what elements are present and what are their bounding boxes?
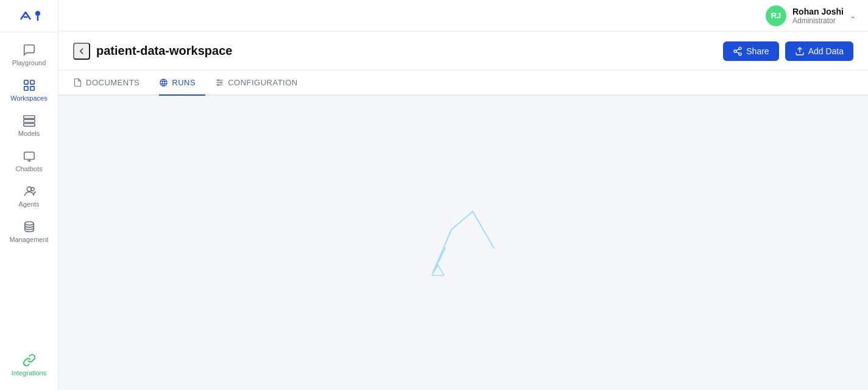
sidebar-item-agents[interactable]: Agents	[0, 179, 58, 214]
sidebar-item-label: Integrations	[12, 369, 46, 377]
logo-icon	[16, 7, 43, 24]
avatar: RJ	[766, 5, 786, 26]
sidebar-item-models[interactable]: Models	[0, 108, 58, 143]
sidebar-item-playground[interactable]: Playground	[0, 37, 58, 73]
loading-graphic	[415, 199, 512, 287]
add-data-button[interactable]: Add Data	[785, 41, 853, 61]
svg-line-17	[736, 49, 739, 51]
user-text: Rohan Joshi Administrator	[792, 7, 844, 25]
content-area	[58, 96, 868, 390]
svg-point-15	[739, 52, 741, 55]
tabs-bar: DOCUMENTS RUNS CONFIGURATION	[58, 71, 868, 96]
share-label: Share	[746, 46, 769, 56]
svg-point-19	[160, 79, 167, 86]
user-name: Rohan Joshi	[792, 7, 844, 16]
svg-point-26	[221, 82, 222, 83]
svg-rect-5	[30, 87, 34, 90]
management-icon	[23, 220, 36, 233]
sidebar-item-label: Management	[9, 236, 48, 243]
sidebar-item-label: Agents	[18, 200, 39, 208]
svg-rect-6	[23, 116, 34, 119]
models-icon	[23, 114, 36, 127]
sidebar-bottom: Integrations	[0, 347, 58, 390]
agents-icon	[23, 185, 36, 198]
sidebar-item-management[interactable]: Management	[0, 214, 58, 249]
tab-runs[interactable]: RUNS	[159, 71, 205, 96]
chat-icon	[23, 43, 36, 57]
svg-point-12	[24, 222, 34, 225]
svg-rect-4	[24, 87, 27, 90]
upload-icon	[795, 46, 805, 56]
share-icon	[733, 46, 743, 56]
header-actions: Share Add Data	[723, 41, 853, 61]
sidebar-item-label: Models	[18, 130, 40, 137]
svg-point-13	[739, 47, 741, 49]
page-title-area: patient-data-workspace	[73, 43, 232, 60]
svg-point-25	[217, 80, 219, 82]
runs-icon	[159, 78, 168, 87]
sidebar-item-integrations[interactable]: Integrations	[0, 347, 58, 383]
back-button[interactable]	[73, 43, 90, 60]
user-role: Administrator	[792, 16, 836, 25]
svg-rect-9	[24, 152, 34, 160]
workspaces-icon	[23, 79, 36, 92]
sidebar: Playground Workspaces Models	[0, 0, 58, 390]
svg-point-14	[734, 50, 736, 52]
tab-configuration-label: CONFIGURATION	[228, 78, 298, 87]
sidebar-item-label: Chatbots	[15, 165, 42, 172]
svg-rect-2	[24, 80, 27, 84]
page-title: patient-data-workspace	[96, 44, 232, 58]
top-header: RJ Rohan Joshi Administrator ⌄	[58, 0, 868, 32]
svg-rect-3	[30, 80, 34, 84]
main-area: RJ Rohan Joshi Administrator ⌄ patient-d…	[58, 0, 868, 390]
chatbots-icon	[23, 149, 36, 163]
svg-point-27	[217, 84, 219, 86]
sidebar-item-label: Playground	[12, 59, 46, 66]
svg-rect-7	[23, 119, 34, 122]
page-header: patient-data-workspace Share Add Data	[58, 32, 868, 71]
svg-rect-8	[23, 124, 34, 127]
tab-runs-label: RUNS	[172, 78, 196, 87]
sidebar-item-chatbots[interactable]: Chatbots	[0, 143, 58, 179]
logo	[0, 0, 58, 32]
user-menu[interactable]: RJ Rohan Joshi Administrator ⌄	[766, 5, 856, 26]
link-icon	[23, 353, 36, 367]
svg-line-16	[736, 52, 739, 54]
sidebar-item-workspaces[interactable]: Workspaces	[0, 73, 58, 108]
configuration-icon	[215, 78, 224, 87]
share-button[interactable]: Share	[723, 41, 778, 61]
sidebar-nav: Playground Workspaces Models	[0, 32, 58, 347]
sidebar-item-label: Workspaces	[10, 94, 47, 102]
chevron-down-icon: ⌄	[850, 12, 856, 20]
tab-configuration[interactable]: CONFIGURATION	[215, 71, 308, 96]
document-icon	[73, 78, 82, 87]
svg-point-0	[35, 11, 40, 16]
tab-documents-label: DOCUMENTS	[86, 78, 139, 87]
back-arrow-icon	[76, 46, 87, 57]
tab-documents[interactable]: DOCUMENTS	[73, 71, 149, 96]
add-data-label: Add Data	[808, 46, 844, 56]
